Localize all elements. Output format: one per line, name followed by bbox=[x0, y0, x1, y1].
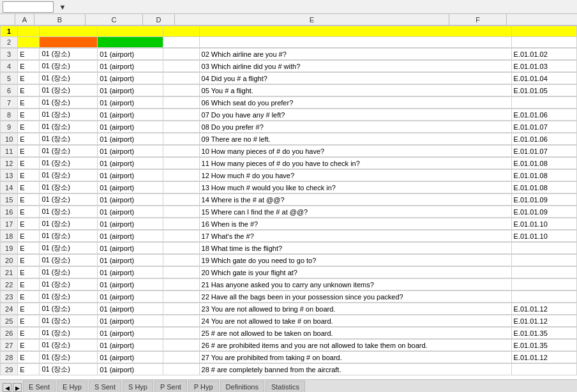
cell-e21[interactable]: 20 Which gate is your flight at? bbox=[199, 267, 511, 278]
cell-e25[interactable]: 24 You are not allowed to take # on boar… bbox=[199, 315, 511, 327]
cell-e7[interactable]: 06 Which seat do you prefer? bbox=[199, 97, 511, 109]
cell-b5[interactable]: 01 (장소) bbox=[40, 73, 98, 84]
cell-f13[interactable]: E.01.01.08 bbox=[511, 170, 576, 181]
col-header-e[interactable]: E bbox=[175, 14, 449, 25]
cell-f25[interactable]: E.01.01.12 bbox=[511, 315, 576, 327]
cell-a14[interactable]: E bbox=[18, 182, 40, 193]
cell-e15[interactable]: 14 Where is the # at @@? bbox=[199, 194, 511, 206]
cell-f26[interactable]: E.01.01.35 bbox=[511, 328, 576, 339]
cell-f21[interactable] bbox=[511, 267, 576, 278]
cell-b26[interactable]: 01 (장소) bbox=[40, 328, 98, 339]
cell-a6[interactable]: E bbox=[18, 85, 40, 96]
cell-c13[interactable]: 01 (airport) bbox=[98, 170, 163, 181]
cell-f15[interactable]: E.01.01.09 bbox=[511, 194, 576, 206]
cell-d3[interactable] bbox=[163, 49, 199, 60]
cell-b7[interactable]: 01 (장소) bbox=[40, 97, 98, 109]
cell-c9[interactable]: 01 (airport) bbox=[98, 121, 163, 133]
cell-d24[interactable] bbox=[163, 303, 199, 315]
cell-e4[interactable]: 03 Which airline did you # with? bbox=[199, 61, 511, 72]
cell-b20[interactable]: 01 (장소) bbox=[40, 255, 98, 266]
cell-d20[interactable] bbox=[163, 255, 199, 266]
cell-d21[interactable] bbox=[163, 267, 199, 278]
cell-d10[interactable] bbox=[163, 133, 199, 145]
cell-e24[interactable]: 23 You are not allowed to bring # on boa… bbox=[199, 303, 511, 315]
cell-a13[interactable]: E bbox=[18, 170, 40, 181]
cell-a2[interactable] bbox=[18, 37, 40, 48]
cell-c7[interactable]: 01 (airport) bbox=[98, 97, 163, 109]
cell-a20[interactable]: E bbox=[18, 255, 40, 266]
cell-d19[interactable] bbox=[163, 243, 199, 254]
cell-e19[interactable]: 18 What time is the flight? bbox=[199, 243, 511, 254]
cell-d11[interactable] bbox=[163, 146, 199, 157]
cell-f10[interactable]: E.01.01.06 bbox=[511, 133, 576, 145]
cell-d2[interactable] bbox=[163, 37, 199, 48]
col-header-a[interactable]: A bbox=[15, 14, 34, 25]
cell-c29[interactable]: 01 (airport) bbox=[98, 364, 163, 375]
cell-a12[interactable]: E bbox=[18, 158, 40, 169]
cell-c14[interactable]: 01 (airport) bbox=[98, 182, 163, 193]
cell-d28[interactable] bbox=[163, 352, 199, 363]
cell-d6[interactable] bbox=[163, 85, 199, 96]
cell-b10[interactable]: 01 (장소) bbox=[40, 133, 98, 145]
cell-c5[interactable]: 01 (airport) bbox=[98, 73, 163, 84]
cell-c25[interactable]: 01 (airport) bbox=[98, 315, 163, 327]
cell-a7[interactable]: E bbox=[18, 97, 40, 109]
col-header-f[interactable]: F bbox=[449, 14, 507, 25]
cell-a3[interactable]: E bbox=[18, 49, 40, 60]
cell-a18[interactable]: E bbox=[18, 230, 40, 242]
col-header-c[interactable]: C bbox=[86, 14, 143, 25]
cell-e3[interactable]: 02 Which airline are you #? bbox=[199, 49, 511, 60]
cell-f17[interactable]: E.01.01.10 bbox=[511, 218, 576, 230]
cell-d18[interactable] bbox=[163, 230, 199, 242]
cell-f24[interactable]: E.01.01.12 bbox=[511, 303, 576, 315]
cell-b22[interactable]: 01 (장소) bbox=[40, 279, 98, 290]
cell-d12[interactable] bbox=[163, 158, 199, 169]
cell-c26[interactable]: 01 (airport) bbox=[98, 328, 163, 339]
cell-f27[interactable]: E.01.01.35 bbox=[511, 340, 576, 351]
cell-a23[interactable]: E bbox=[18, 291, 40, 303]
cell-f29[interactable] bbox=[511, 364, 576, 375]
cell-a25[interactable]: E bbox=[18, 315, 40, 327]
cell-b15[interactable]: 01 (장소) bbox=[40, 194, 98, 206]
cell-f12[interactable]: E.01.01.08 bbox=[511, 158, 576, 169]
cell-e27[interactable]: 26 # are prohibited items and you are no… bbox=[199, 340, 511, 351]
cell-e28[interactable]: 27 You are prohibited from taking # on b… bbox=[199, 352, 511, 363]
cell-e12[interactable]: 11 How many pieces of # do you have to c… bbox=[199, 158, 511, 169]
cell-b1[interactable] bbox=[40, 26, 98, 37]
cell-d15[interactable] bbox=[163, 194, 199, 206]
cell-c11[interactable]: 01 (airport) bbox=[98, 146, 163, 157]
cell-c4[interactable]: 01 (airport) bbox=[98, 61, 163, 72]
cell-c6[interactable]: 01 (airport) bbox=[98, 85, 163, 96]
cell-b24[interactable]: 01 (장소) bbox=[40, 303, 98, 315]
cell-e22[interactable]: 21 Has anyone asked you to carry any unk… bbox=[199, 279, 511, 290]
cell-b6[interactable]: 01 (장소) bbox=[40, 85, 98, 96]
cell-d25[interactable] bbox=[163, 315, 199, 327]
cell-f11[interactable]: E.01.01.07 bbox=[511, 146, 576, 157]
cell-b12[interactable]: 01 (장소) bbox=[40, 158, 98, 169]
cell-f23[interactable] bbox=[511, 291, 576, 303]
cell-b16[interactable]: 01 (장소) bbox=[40, 206, 98, 218]
cell-d22[interactable] bbox=[163, 279, 199, 290]
cell-f16[interactable]: E.01.01.09 bbox=[511, 206, 576, 218]
cell-f3[interactable]: E.01.01.02 bbox=[511, 49, 576, 60]
cell-b11[interactable]: 01 (장소) bbox=[40, 146, 98, 157]
cell-e6[interactable]: 05 You # a flight. bbox=[199, 85, 511, 96]
cell-a11[interactable]: E bbox=[18, 146, 40, 157]
cell-e10[interactable]: 09 There are no # left. bbox=[199, 133, 511, 145]
cell-d7[interactable] bbox=[163, 97, 199, 109]
cell-c8[interactable]: 01 (airport) bbox=[98, 109, 163, 121]
cell-b14[interactable]: 01 (장소) bbox=[40, 182, 98, 193]
cell-b13[interactable]: 01 (장소) bbox=[40, 170, 98, 181]
cell-d13[interactable] bbox=[163, 170, 199, 181]
cell-d14[interactable] bbox=[163, 182, 199, 193]
cell-c18[interactable]: 01 (airport) bbox=[98, 230, 163, 242]
cell-f18[interactable]: E.01.01.10 bbox=[511, 230, 576, 242]
cell-f2[interactable] bbox=[511, 37, 576, 48]
cell-e5[interactable]: 04 Did you # a flight? bbox=[199, 73, 511, 84]
cell-a17[interactable]: E bbox=[18, 218, 40, 230]
cell-c28[interactable]: 01 (airport) bbox=[98, 352, 163, 363]
cell-b29[interactable]: 01 (장소) bbox=[40, 364, 98, 375]
cell-b25[interactable]: 01 (장소) bbox=[40, 315, 98, 327]
cell-d1[interactable] bbox=[163, 26, 199, 37]
cell-d9[interactable] bbox=[163, 121, 199, 133]
